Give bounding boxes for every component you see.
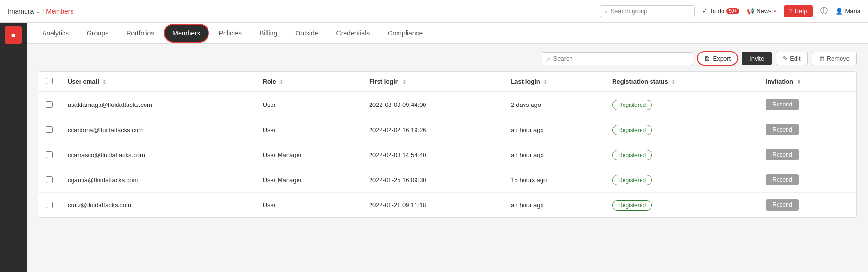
status-badge: Registered xyxy=(612,150,652,160)
row-role: User Manager xyxy=(255,167,362,193)
todo-label: To do xyxy=(709,8,724,15)
brand-link[interactable]: Imamura ⌄ xyxy=(8,8,40,15)
reg-status-sort-icon[interactable]: ⇕ xyxy=(671,79,675,85)
resend-button[interactable]: Resend xyxy=(766,199,798,211)
header-role: Role ⇕ xyxy=(255,72,362,92)
export-label: Export xyxy=(713,55,731,62)
row-email: cruiz@fluidattacks.com xyxy=(60,193,255,218)
status-badge: Registered xyxy=(612,175,652,185)
row-checkbox-1[interactable] xyxy=(46,126,53,133)
sidebar: ■ xyxy=(0,23,27,272)
tab-billing[interactable]: Billing xyxy=(252,24,285,42)
row-first-login: 2022-08-09 09:44:00 xyxy=(362,92,503,117)
row-last-login: an hour ago xyxy=(503,117,605,142)
header-checkbox-col xyxy=(38,72,60,92)
current-page-label: Members xyxy=(46,8,73,15)
status-badge: Registered xyxy=(612,100,652,110)
sidebar-logo[interactable]: ■ xyxy=(5,26,22,44)
main-content: Analytics Groups Portfolios Members Poli… xyxy=(27,23,868,272)
row-registration-status: Registered xyxy=(605,142,758,167)
row-email: cgarcia@fluidattacks.com xyxy=(60,167,255,193)
toolbar: ⌕ 🗎 Export Invite ✎ Edit 🗑 Remove xyxy=(38,51,857,66)
user-name: Maria xyxy=(845,8,860,15)
edit-button[interactable]: ✎ Edit xyxy=(776,52,807,65)
row-checkbox-4[interactable] xyxy=(46,202,53,208)
info-icon[interactable]: ⓘ xyxy=(820,6,828,16)
row-checkbox-cell xyxy=(38,117,60,142)
logo-icon: ■ xyxy=(11,31,15,39)
navbar: Imamura ⌄ / Members ⌕ ✓ To do 99+ 📢 News… xyxy=(0,0,868,23)
tab-bar: Analytics Groups Portfolios Members Poli… xyxy=(27,23,868,44)
row-email: ccardona@fluidattacks.com xyxy=(60,117,255,142)
export-icon: 🗎 xyxy=(705,55,711,62)
row-checkbox-cell xyxy=(38,142,60,167)
todo-button[interactable]: ✓ To do 99+ xyxy=(702,8,739,15)
row-invitation: Resend xyxy=(758,117,856,142)
row-checkbox-0[interactable] xyxy=(46,101,53,108)
row-invitation: Resend xyxy=(758,142,856,167)
search-group-container[interactable]: ⌕ xyxy=(600,5,695,17)
invitation-sort-icon[interactable]: ⇕ xyxy=(797,79,801,85)
news-dot: ● xyxy=(774,9,776,13)
search-input[interactable] xyxy=(553,55,688,62)
row-email: asaldarriaga@fluidattacks.com xyxy=(60,92,255,117)
resend-button[interactable]: Resend xyxy=(766,174,798,185)
tab-groups[interactable]: Groups xyxy=(79,24,117,42)
tab-portfolios[interactable]: Portfolios xyxy=(118,24,162,42)
search-group-icon: ⌕ xyxy=(604,8,607,15)
remove-label: Remove xyxy=(827,55,850,62)
resend-button[interactable]: Resend xyxy=(766,124,798,135)
email-sort-icon[interactable]: ⇕ xyxy=(102,79,106,85)
row-checkbox-cell xyxy=(38,193,60,218)
breadcrumb-separator: / xyxy=(42,8,44,15)
row-last-login: an hour ago xyxy=(503,193,605,218)
page-area: ⌕ 🗎 Export Invite ✎ Edit 🗑 Remove xyxy=(27,44,868,225)
app-layout: ■ Analytics Groups Portfolios Members Po… xyxy=(0,23,868,272)
user-menu-button[interactable]: 👤 Maria xyxy=(835,8,860,15)
tab-outside[interactable]: Outside xyxy=(287,24,326,42)
row-role: User xyxy=(255,92,362,117)
row-checkbox-2[interactable] xyxy=(46,151,53,158)
header-first-login: First login ⇕ xyxy=(362,72,503,92)
invite-label: Invite xyxy=(750,55,764,62)
last-login-sort-icon[interactable]: ⇕ xyxy=(543,79,547,85)
row-registration-status: Registered xyxy=(605,193,758,218)
resend-button[interactable]: Resend xyxy=(766,149,798,160)
megaphone-icon: 📢 xyxy=(747,8,754,15)
table-row: asaldarriaga@fluidattacks.com User 2022-… xyxy=(38,92,856,117)
row-registration-status: Registered xyxy=(605,167,758,193)
first-login-sort-icon[interactable]: ⇕ xyxy=(402,79,406,85)
tab-compliance[interactable]: Compliance xyxy=(380,24,431,42)
table-row: cgarcia@fluidattacks.com User Manager 20… xyxy=(38,167,856,193)
edit-icon: ✎ xyxy=(783,55,788,62)
role-sort-icon[interactable]: ⇕ xyxy=(280,79,283,85)
header-invitation: Invitation ⇕ xyxy=(758,72,856,92)
tab-policies[interactable]: Policies xyxy=(211,24,250,42)
remove-button[interactable]: 🗑 Remove xyxy=(812,52,857,65)
table-row: cruiz@fluidattacks.com User 2022-01-21 0… xyxy=(38,193,856,218)
invite-button[interactable]: Invite xyxy=(742,52,772,65)
resend-button[interactable]: Resend xyxy=(766,99,798,110)
row-checkbox-3[interactable] xyxy=(46,176,53,183)
search-bar-container[interactable]: ⌕ xyxy=(542,52,693,65)
tab-members[interactable]: Members xyxy=(164,24,208,43)
table-header-row: User email ⇕ Role ⇕ First login ⇕ xyxy=(38,72,856,92)
search-group-input[interactable] xyxy=(610,8,690,15)
row-role: User xyxy=(255,193,362,218)
select-all-checkbox[interactable] xyxy=(46,78,53,84)
row-registration-status: Registered xyxy=(605,92,758,117)
row-invitation: Resend xyxy=(758,92,856,117)
row-first-login: 2022-01-21 09:11:18 xyxy=(362,193,503,218)
tab-credentials[interactable]: Credentials xyxy=(328,24,378,42)
user-icon: 👤 xyxy=(835,8,843,15)
row-checkbox-cell xyxy=(38,167,60,193)
news-button[interactable]: 📢 News ● xyxy=(747,8,776,15)
export-button[interactable]: 🗎 Export xyxy=(697,51,739,66)
help-button[interactable]: ? Help xyxy=(784,5,813,17)
help-label: Help xyxy=(795,8,807,15)
tab-analytics[interactable]: Analytics xyxy=(34,24,77,42)
brand-chevron-icon: ⌄ xyxy=(36,8,40,15)
row-registration-status: Registered xyxy=(605,117,758,142)
row-first-login: 2022-01-25 16:09:30 xyxy=(362,167,503,193)
row-last-login: an hour ago xyxy=(503,142,605,167)
